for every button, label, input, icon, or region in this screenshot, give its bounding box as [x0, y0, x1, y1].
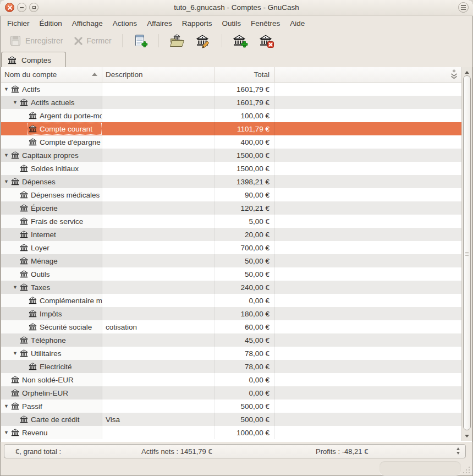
bank-icon: [11, 85, 19, 93]
row-filler: [275, 149, 461, 162]
menu-edition[interactable]: Édition: [35, 17, 67, 30]
account-description: [102, 373, 215, 386]
menu-actions[interactable]: Actions: [108, 17, 142, 30]
resize-grip[interactable]: [462, 466, 470, 473]
account-name-cell: Carte de crédit: [1, 413, 102, 426]
expander-icon[interactable]: ▼: [3, 149, 10, 162]
menu-outils[interactable]: Outils: [217, 17, 246, 30]
row-filler: [275, 215, 461, 228]
account-description: [102, 426, 215, 439]
sort-asc-icon: [92, 73, 97, 76]
table-row[interactable]: Téléphone45,00 €: [1, 333, 461, 347]
row-filler: [275, 320, 461, 333]
account-name: Complémentaire m: [40, 297, 102, 305]
table-row[interactable]: Orphelin-EUR0,00 €: [1, 386, 461, 400]
expander-icon[interactable]: ▼: [3, 400, 10, 413]
menu-aide[interactable]: Aide: [285, 17, 310, 30]
table-row[interactable]: ▼Passif500,00 €: [1, 400, 461, 413]
table-row[interactable]: Épicerie120,21 €: [1, 201, 461, 215]
table-row[interactable]: ▼Actifs actuels1601,79 €: [1, 96, 461, 109]
table-row[interactable]: Loyer700,00 €: [1, 241, 461, 254]
expander-icon[interactable]: ▼: [12, 347, 19, 360]
menu-affaires[interactable]: Affaires: [142, 17, 177, 30]
tab-comptes[interactable]: Comptes: [1, 52, 66, 68]
table-row[interactable]: Electricité78,00 €: [1, 360, 461, 373]
window-menu-button[interactable]: [458, 2, 469, 13]
table-row[interactable]: Ménage50,00 €: [1, 254, 461, 267]
table-row[interactable]: Dépenses médicales90,00 €: [1, 188, 461, 201]
account-cell-content: Téléphone: [19, 334, 102, 346]
menu-fichier[interactable]: Fichier: [2, 17, 35, 30]
table-row[interactable]: Frais de service5,00 €: [1, 215, 461, 228]
table-row[interactable]: Internet20,00 €: [1, 228, 461, 241]
new-register-button[interactable]: [129, 32, 152, 50]
column-header-name[interactable]: Nom du compte: [1, 67, 102, 82]
bank-icon: [11, 402, 19, 410]
indent-spacer: [1, 168, 12, 169]
account-name-cell: Téléphone: [1, 333, 102, 347]
account-name: Capitaux propres: [22, 151, 79, 160]
tab-label: Comptes: [21, 56, 51, 64]
account-cell-content: Carte de crédit: [19, 413, 102, 425]
vertical-scrollbar[interactable]: [461, 67, 472, 441]
scroll-up-button[interactable]: [462, 68, 472, 76]
indent-spacer: [1, 248, 12, 248]
scrollbar-thumb[interactable]: [463, 75, 471, 430]
table-row[interactable]: ▼Actifs1601,79 €: [1, 83, 461, 96]
column-header-total[interactable]: Total: [215, 67, 275, 82]
indent-spacer: [1, 393, 3, 393]
expander-icon[interactable]: ▼: [3, 426, 10, 439]
menu-affichage[interactable]: Affichage: [67, 17, 108, 30]
table-row[interactable]: ▼Dépenses1398,21 €: [1, 175, 461, 188]
column-header-extra: [275, 67, 461, 82]
account-name-cell: Ménage: [1, 254, 102, 267]
close-tab-button[interactable]: Fermer: [69, 35, 116, 47]
table-row[interactable]: Soldes initiaux1500,00 €: [1, 162, 461, 175]
account-cell-content: Revenu: [10, 426, 102, 439]
bank-icon: [8, 56, 16, 64]
row-filler: [275, 201, 461, 215]
account-total: 50,00 €: [215, 254, 275, 267]
account-description: cotisation: [102, 320, 215, 333]
account-name: Ménage: [31, 257, 58, 265]
row-filler: [275, 333, 461, 347]
expander-icon[interactable]: ▼: [12, 281, 19, 294]
menu-rapports[interactable]: Rapports: [177, 17, 217, 30]
expander-icon[interactable]: ▼: [3, 83, 10, 96]
table-row[interactable]: Compte courant1101,79 €: [1, 122, 461, 135]
open-account-button[interactable]: [165, 32, 189, 50]
account-name: Impôts: [40, 310, 62, 318]
table-row[interactable]: Impôts180,00 €: [1, 307, 461, 320]
save-button[interactable]: Enregistrer: [4, 32, 67, 49]
table-row[interactable]: ▼Capitaux propres1500,00 €: [1, 149, 461, 162]
table-row[interactable]: ▼Revenu1000,00 €: [1, 426, 461, 439]
edit-account-button[interactable]: [191, 32, 216, 50]
summary-scroll-spinner[interactable]: [457, 447, 460, 455]
bank-icon: [20, 191, 28, 199]
row-filler: [275, 228, 461, 241]
table-row[interactable]: Argent du porte-mo100,00 €: [1, 109, 461, 122]
account-total: 78,00 €: [215, 347, 275, 360]
table-row[interactable]: Sécurité socialecotisation60,00 €: [1, 320, 461, 333]
column-chooser-icon[interactable]: [449, 69, 459, 80]
table-row[interactable]: Compte d'épargne400,00 €: [1, 135, 461, 149]
table-row[interactable]: Carte de créditVisa500,00 €: [1, 413, 461, 426]
expander-icon[interactable]: ▼: [12, 96, 19, 109]
account-name: Orphelin-EUR: [22, 389, 68, 397]
table-row[interactable]: Outils50,00 €: [1, 267, 461, 281]
expander-icon[interactable]: ▼: [3, 175, 10, 188]
delete-account-button[interactable]: [255, 32, 279, 50]
column-header-description[interactable]: Description: [102, 67, 215, 82]
menu-fenetres[interactable]: Fenêtres: [246, 17, 285, 30]
table-row[interactable]: Complémentaire m0,00 €: [1, 294, 461, 307]
account-name: Passif: [22, 402, 42, 411]
row-filler: [275, 400, 461, 413]
table-row[interactable]: ▼Utilitaires78,00 €: [1, 347, 461, 360]
table-row[interactable]: Non soldé-EUR0,00 €: [1, 373, 461, 386]
scroll-down-button[interactable]: [462, 432, 472, 440]
account-cell-content: Non soldé-EUR: [10, 374, 102, 386]
table-row[interactable]: ▼Taxes240,00 €: [1, 281, 461, 294]
row-filler: [275, 360, 461, 373]
account-cell-content: Dépenses: [10, 176, 102, 188]
new-account-button[interactable]: [228, 32, 252, 50]
